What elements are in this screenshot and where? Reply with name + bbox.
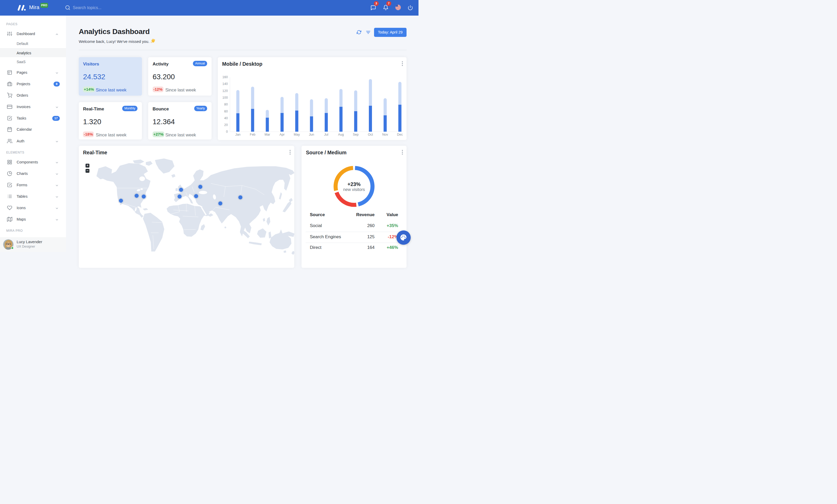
svg-text:Mar: Mar — [264, 133, 270, 136]
svg-text:+23%: +23% — [348, 181, 360, 187]
svg-text:40: 40 — [224, 116, 228, 120]
svg-text:Aug: Aug — [338, 133, 344, 136]
svg-text:20: 20 — [224, 123, 228, 127]
svg-text:Dec: Dec — [397, 133, 403, 136]
svg-text:Jan: Jan — [235, 133, 241, 136]
svg-text:160: 160 — [222, 75, 228, 79]
svg-text:80: 80 — [224, 102, 228, 106]
svg-text:60: 60 — [224, 110, 228, 113]
svg-text:Apr: Apr — [280, 133, 284, 136]
svg-text:Sep: Sep — [353, 133, 358, 136]
svg-text:100: 100 — [222, 96, 228, 99]
svg-text:Jun: Jun — [309, 133, 314, 136]
svg-text:Nov: Nov — [382, 133, 388, 136]
svg-text:May: May — [293, 133, 300, 136]
svg-text:Jul: Jul — [324, 133, 328, 136]
svg-text:140: 140 — [222, 82, 228, 86]
svg-text:120: 120 — [222, 89, 228, 93]
svg-text:Oct: Oct — [368, 133, 373, 136]
svg-text:Feb: Feb — [250, 133, 255, 136]
svg-text:0: 0 — [226, 130, 228, 133]
svg-text:new visitors: new visitors — [343, 187, 365, 192]
